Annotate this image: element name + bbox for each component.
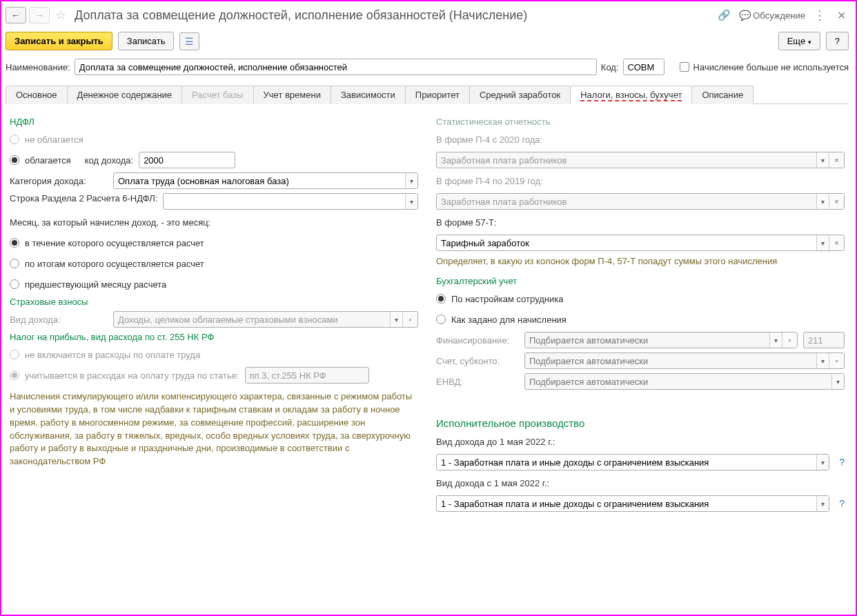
fin-label: Финансирование: [436, 335, 519, 346]
p4-2020-field: ▾ × [436, 152, 845, 168]
tab-4[interactable]: Зависимости [331, 86, 406, 104]
name-input[interactable] [75, 59, 597, 75]
not-used-checkbox[interactable] [680, 62, 689, 72]
dropdown-icon: ▾ [831, 374, 844, 389]
tab-7[interactable]: Налоги, взносы, бухучет [570, 86, 692, 104]
row2-field[interactable]: ▾ [163, 193, 418, 210]
section-profit-tax: Налог на прибыль, вид расхода по ст. 255… [10, 332, 418, 342]
save-button[interactable]: Записать [118, 32, 175, 50]
radio-not-taxed [10, 135, 19, 144]
dropdown-icon: ▾ [390, 312, 402, 327]
radio-month-after[interactable] [10, 259, 19, 268]
not-used-label: Начисление больше не используется [693, 62, 849, 72]
f57t-field[interactable]: ▾ × [436, 235, 845, 251]
open-icon: ▫ [782, 332, 797, 348]
p4-2019-field: ▾ × [436, 193, 845, 210]
ins-type-field: ▾ ▫ [113, 311, 418, 328]
dropdown-icon: ▾ [816, 194, 829, 209]
p4-2019-label: В форме П-4 по 2019 год: [436, 176, 543, 186]
row2-label: Строка Раздела 2 Расчета 6-НДФЛ: [10, 193, 157, 205]
dropdown-icon: ▾ [816, 152, 829, 168]
tab-8[interactable]: Описание [691, 86, 753, 104]
clear-icon: × [829, 152, 844, 168]
favorite-icon[interactable]: ☆ [52, 8, 69, 23]
radio-profit-not [10, 350, 19, 359]
help-icon[interactable]: ? [839, 457, 845, 468]
month-header-label: Месяц, за который начислен доход, - это … [10, 217, 210, 228]
tab-5[interactable]: Приоритет [405, 86, 470, 104]
report-icon-button[interactable]: ☰ [179, 32, 199, 50]
tab-1[interactable]: Денежное содержание [67, 86, 182, 104]
label-month-prev: предшествующий месяцу расчета [25, 279, 166, 290]
dropdown-icon[interactable]: ▾ [816, 496, 829, 511]
code-label: Код: [601, 62, 619, 72]
radio-acc-given[interactable] [436, 315, 446, 324]
name-label: Наименование: [6, 62, 70, 72]
label-acc-bystaff: По настройкам сотрудника [451, 294, 563, 304]
command-bar: Записать и закрыть Записать ☰ Еще ▾ ? [6, 32, 849, 50]
radio-month-during[interactable] [10, 238, 19, 248]
p4-2020-label: В форме П-4 с 2020 года: [436, 135, 542, 145]
section-exec: Исполнительное производство [436, 417, 845, 429]
tab-6[interactable]: Средний заработок [469, 86, 571, 104]
exec-before-field[interactable]: ▾ [436, 454, 829, 470]
dropdown-icon[interactable]: ▾ [405, 173, 417, 188]
kebab-icon[interactable]: ⋮ [814, 8, 826, 23]
close-button[interactable]: ✕ [834, 9, 849, 22]
more-button[interactable]: Еще ▾ [778, 32, 820, 50]
income-code-field[interactable]: ▾ ▫ [139, 152, 235, 168]
label-taxed: облагается [25, 155, 71, 166]
back-button[interactable]: ← [6, 7, 26, 23]
clear-icon[interactable]: × [829, 235, 844, 250]
section-insurance: Страховые взносы [10, 297, 418, 307]
label-not-taxed: не облагается [25, 135, 83, 145]
save-close-button[interactable]: Записать и закрыть [6, 32, 112, 50]
fin-field: ▾ ▫ [524, 332, 798, 348]
title-bar: ← → ☆ Доплата за совмещение должностей, … [6, 6, 849, 25]
help-icon[interactable]: ? [839, 498, 845, 509]
envd-field: ▾ [524, 373, 845, 390]
dropdown-icon: ▾ [769, 332, 782, 348]
tab-3[interactable]: Учет времени [253, 86, 331, 104]
radio-profit-yes [10, 370, 19, 380]
f57t-label: В форме 57-Т: [436, 217, 497, 228]
label-profit-yes: учитывается в расходах на оплату труда п… [25, 370, 239, 381]
code-input[interactable] [623, 59, 664, 75]
link-icon[interactable]: 🔗 [718, 9, 731, 21]
radio-acc-bystaff[interactable] [436, 294, 446, 304]
exec-after-field[interactable]: ▾ [436, 495, 829, 512]
tab-0[interactable]: Основное [6, 86, 68, 104]
exec-after-label: Вид дохода с 1 мая 2022 г.: [436, 478, 549, 488]
exec-before-label: Вид дохода до 1 мая 2022 г.: [436, 437, 555, 447]
stat-note: Определяет, в какую из колонок форм П-4,… [436, 255, 845, 268]
tabs: ОсновноеДенежное содержаниеРасчет базыУч… [6, 85, 849, 104]
radio-month-prev[interactable] [10, 279, 19, 289]
profit-note: Начисления стимулирующего и/или компенси… [10, 390, 418, 468]
open-icon: ▫ [829, 353, 844, 368]
tab-2: Расчет базы [181, 86, 254, 104]
section-ndfl: НДФЛ [10, 117, 418, 127]
radio-taxed[interactable] [10, 155, 19, 165]
category-field[interactable]: ▾ [113, 172, 418, 189]
dropdown-icon: ▾ [816, 353, 829, 368]
label-month-after: по итогам которого осуществляется расчет [25, 259, 204, 269]
income-code-label: код дохода: [85, 155, 133, 166]
section-accounting: Бухгалтерский учет [436, 276, 845, 286]
acc-label: Счет, субконто: [436, 356, 519, 366]
acc-field: ▾ ▫ [524, 352, 845, 369]
section-stat: Статистическая отчетность [436, 117, 845, 127]
dropdown-icon[interactable]: ▾ [405, 194, 417, 209]
help-button[interactable]: ? [826, 32, 849, 50]
dropdown-icon[interactable]: ▾ [816, 235, 829, 250]
discuss-button[interactable]: 💬 Обсуждение [739, 10, 805, 21]
label-month-during: в течение которого осуществляется расчет [25, 238, 204, 248]
open-icon: ▫ [402, 312, 417, 327]
clear-icon: × [829, 194, 844, 209]
category-label: Категория дохода: [10, 176, 108, 186]
forward-button[interactable]: → [29, 7, 50, 23]
fin-account-field: ▾ [803, 332, 845, 348]
profit-article-field: ▾ [245, 367, 369, 384]
label-acc-given: Как задано для начисления [451, 315, 567, 325]
dropdown-icon[interactable]: ▾ [816, 455, 829, 470]
ins-type-label: Вид дохода: [10, 315, 108, 325]
